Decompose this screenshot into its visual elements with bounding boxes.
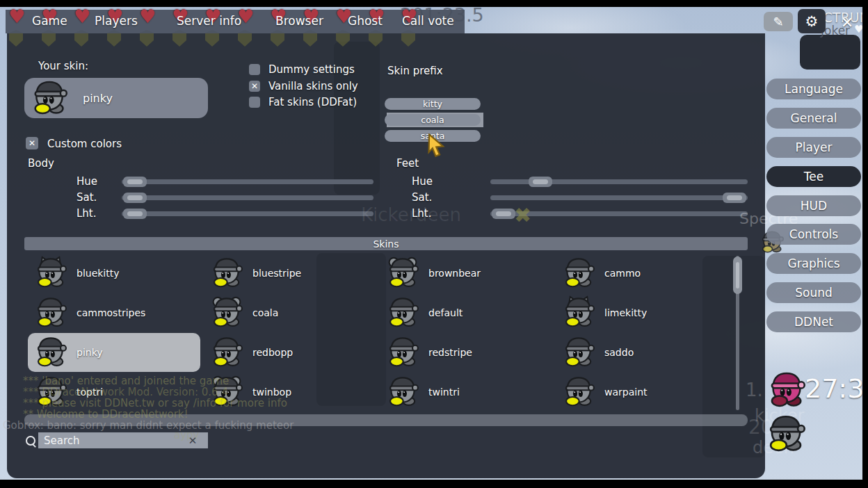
skin-avatar <box>35 335 67 370</box>
checkbox-label: Fat skins (DDFat) <box>268 96 357 108</box>
skin-name-label: redbopp <box>252 347 293 358</box>
chat-line: aypy <box>174 429 199 441</box>
skin-name-label: limekitty <box>604 307 647 318</box>
tab-controls[interactable]: Controls <box>766 224 861 245</box>
tab-language[interactable]: Language <box>766 79 861 99</box>
checkbox-fat-skins-ddfat-[interactable] <box>249 97 260 108</box>
menu-item-call-vote[interactable]: Call vote <box>402 14 454 28</box>
menu-item-players[interactable]: Players <box>95 14 138 28</box>
skin-avatar <box>563 295 595 330</box>
skin-avatar <box>387 335 419 370</box>
skin-name-label: coala <box>252 307 278 318</box>
body-sat-label: Sat. <box>77 191 97 204</box>
slider-handle[interactable] <box>492 209 515 219</box>
skin-name-label: warpaint <box>604 387 648 398</box>
skin-item-limekitty[interactable]: limekitty <box>556 293 728 332</box>
tab-graphics[interactable]: Graphics <box>766 253 861 274</box>
skin-name-label: default <box>428 307 463 318</box>
panel-corner <box>800 35 860 70</box>
feet-hue-slider[interactable] <box>490 179 748 184</box>
tab-ddnet[interactable]: DDNet <box>766 311 861 332</box>
skin-item-twintri[interactable]: twintri <box>380 373 552 412</box>
skin-item-bluestripe[interactable]: bluestripe <box>204 254 376 293</box>
checkbox-label: Dummy settings <box>268 63 355 76</box>
skin-preview-name: pinky <box>83 92 113 105</box>
skin-avatar <box>387 375 419 409</box>
your-skin-label: Your skin: <box>38 60 88 72</box>
skin-avatar <box>35 295 67 330</box>
tab-general[interactable]: General <box>766 108 861 129</box>
skin-prefix-suggestion-coala[interactable]: coala <box>385 114 481 126</box>
skin-item-cammostripes[interactable]: cammostripes <box>28 293 200 332</box>
feet-section-label: Feet <box>396 157 419 170</box>
custom-colors-checkbox[interactable]: ✕ <box>26 137 38 149</box>
slider-handle-grip <box>127 179 143 184</box>
skin-avatar <box>211 256 243 291</box>
slider-handle-grip <box>127 195 143 200</box>
tab-hud[interactable]: HUD <box>766 195 861 216</box>
settings-button[interactable]: ⚙ <box>798 9 826 33</box>
menu-item-ghost[interactable]: Ghost <box>348 14 383 28</box>
skin-avatar <box>387 295 419 330</box>
slider-handle[interactable] <box>123 177 147 187</box>
skin-item-redstripe[interactable]: redstripe <box>380 333 552 372</box>
heart-icon: ♥ <box>8 6 25 27</box>
mouse-cursor <box>426 133 447 160</box>
body-section-label: Body <box>28 157 54 170</box>
close-icon: ✕ <box>841 14 853 31</box>
heart-icon: ♥ <box>74 6 90 27</box>
skins-scrollbar-thumb[interactable] <box>733 257 742 294</box>
menu-item-game[interactable]: Game <box>32 14 67 28</box>
skin-item-brownbear[interactable]: brownbear <box>380 254 552 293</box>
letterbox-bottom <box>0 480 868 488</box>
skin-item-redbopp[interactable]: redbopp <box>204 333 376 372</box>
letterbox-top <box>0 0 868 7</box>
custom-colors-label: Custom colors <box>47 138 122 150</box>
menu-item-server-info[interactable]: Server info <box>177 14 241 28</box>
body-lht-label: Lht. <box>77 207 97 220</box>
body-hue-label: Hue <box>77 175 97 188</box>
finisher-tee-avatar <box>768 370 805 410</box>
body-lht-slider[interactable] <box>122 211 373 216</box>
skin-item-saddo[interactable]: saddo <box>556 333 728 372</box>
slider-handle[interactable] <box>123 209 147 219</box>
race-time: 27:37 <box>805 373 868 404</box>
slider-handle-grip <box>727 195 742 200</box>
menu-item-browser[interactable]: Browser <box>275 14 323 28</box>
feet-sat-label: Sat. <box>412 191 432 204</box>
skin-item-pinky[interactable]: pinky <box>28 333 200 372</box>
skin-prefix-suggestion-kitty[interactable]: kitty <box>385 98 481 110</box>
slider-handle[interactable] <box>723 193 746 203</box>
skin-item-cammo[interactable]: cammo <box>556 254 728 293</box>
skin-item-default[interactable]: default <box>380 293 552 332</box>
gear-icon: ⚙ <box>805 13 819 30</box>
skin-item-warpaint[interactable]: warpaint <box>556 373 728 412</box>
skin-prefix-label: Skin prefix <box>387 65 443 77</box>
body-sat-slider[interactable] <box>122 195 373 200</box>
close-button[interactable]: ✕ <box>837 13 857 32</box>
screen: 201:23.5 SPECTRUM Joker ♥ Kickerdeen Spe… <box>0 0 868 488</box>
tab-sound[interactable]: Sound <box>766 282 861 303</box>
skin-name-label: saddo <box>604 347 634 358</box>
slider-handle-grip <box>496 211 511 216</box>
skin-name-label: bluekitty <box>77 268 120 279</box>
feet-sat-slider[interactable] <box>490 195 748 200</box>
tab-player[interactable]: Player <box>766 137 861 158</box>
pencil-icon: ✎ <box>773 15 783 29</box>
skin-name-label: cammostripes <box>77 307 145 318</box>
checkbox-dummy-settings[interactable] <box>249 64 260 75</box>
skin-name-label: cammo <box>604 268 641 279</box>
skins-list-header: Skins <box>24 237 748 250</box>
skin-preview-button[interactable]: pinky <box>24 78 208 118</box>
tab-tee[interactable]: Tee <box>766 166 861 187</box>
skin-item-bluekitty[interactable]: bluekitty <box>28 254 200 293</box>
checkbox-vanilla-skins-only[interactable]: ✕ <box>249 81 260 92</box>
skin-name-label: brownbear <box>428 268 481 279</box>
slider-handle[interactable] <box>123 193 147 203</box>
main-menu-bar: ♥♥♥♥♥♥♥♥♥♥♥♥♥ GamePlayersServer infoBrow… <box>6 10 465 33</box>
skin-avatar <box>387 256 419 291</box>
editor-button[interactable]: ✎ <box>764 12 793 31</box>
body-hue-slider[interactable] <box>122 179 373 184</box>
slider-handle[interactable] <box>529 177 552 187</box>
skin-item-coala[interactable]: coala <box>204 293 376 332</box>
